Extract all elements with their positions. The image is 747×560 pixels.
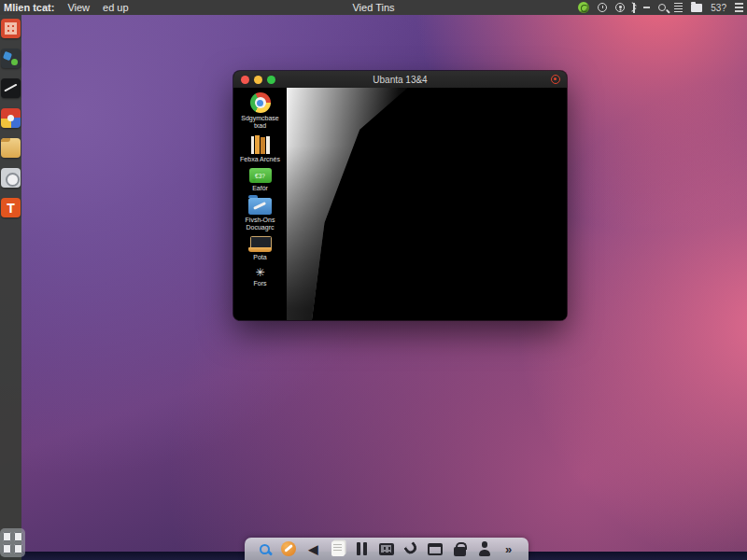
workspace-switcher-icon[interactable] [0,528,25,557]
menu-view[interactable]: View [67,2,90,13]
user-dock-icon[interactable] [476,540,493,557]
desktop-icon-label: Sdgymcbase txad [235,115,286,131]
software-grid-app-icon[interactable] [1,19,21,38]
wrench-glyph [281,541,296,556]
phone-dock-icon[interactable] [402,540,419,557]
arrows-glyph: » [505,543,512,555]
menu-lines-icon[interactable] [735,3,743,12]
desktop-icon-label: Eafór [235,185,286,192]
window-dock-icon[interactable] [427,540,444,557]
window-titlebar[interactable]: Ubanta 13&4 [233,71,567,88]
desktop-icon-chrome[interactable]: Sdgymcbase txad [234,92,287,131]
menu-left: Mlien tcat: View ed up [0,2,129,13]
bluetooth-icon[interactable] [633,3,635,13]
pause-bar [363,542,367,555]
desktop-icon-label: Fivsh-Ons Docuagrc [235,217,286,232]
vm-screen-body: Sdgymcbase txad Febxa Arcnés €3? Eafór F… [233,88,567,320]
tools-dock-icon[interactable] [280,540,297,557]
desktop-icon-message[interactable]: €3? Eafór [234,168,287,192]
speaker-dock-icon[interactable]: ◀ [304,540,321,557]
shapes-app-icon[interactable] [1,49,21,68]
close-button[interactable] [241,76,249,84]
desktop-icon-column: Sdgymcbase txad Febxa Arcnés €3? Eafór F… [233,88,287,320]
laptop-icon [248,236,272,252]
menu-edit[interactable]: ed up [103,2,129,13]
disc-app-icon[interactable] [1,168,21,188]
pause-dock-icon[interactable] [354,540,371,557]
terminal-t-app-icon[interactable]: T [1,198,21,217]
workspace-cell [14,532,22,541]
launcher-sidebar: T [0,15,21,560]
forward-dock-icon[interactable]: » [500,540,517,557]
books-icon [251,135,270,154]
window-title: Ubanta 13&4 [233,75,567,85]
traffic-lights [233,76,275,84]
minus-icon [643,7,650,8]
desktop-icon-label: Pota [235,254,286,261]
desktop-icon-asterisk[interactable]: ✳ Fors [234,267,287,287]
handset-glyph [403,541,418,556]
vm-status-icon[interactable] [578,2,589,13]
chrome-icon [250,92,271,113]
notes-dock-icon[interactable] [330,540,346,557]
status-counter: 53? [711,3,726,13]
keyboard-dock-icon[interactable] [378,540,395,557]
keyboard-glyph [379,543,394,555]
vm-window[interactable]: Ubanta 13&4 Sdgymcbase txad Febxa Arcnés… [233,71,567,320]
desktop-wallpaper: Mlien tcat: View ed up Vied Tins 53? T [0,0,747,560]
message-icon: €3? [249,168,272,183]
bag-dock-icon[interactable] [451,540,468,557]
account-icon[interactable] [615,3,625,12]
list-icon[interactable] [674,3,683,12]
folder-icon[interactable] [691,4,702,12]
person-glyph [477,541,492,556]
menu-status-area: 53? [578,2,747,13]
search-icon[interactable] [658,4,666,11]
screen-reflection [287,88,413,320]
desktop-icon-label: Fors [235,280,286,287]
bag-glyph [454,547,466,556]
clock-icon[interactable] [598,3,607,12]
menu-bar: Mlien tcat: View ed up Vied Tins 53? [0,0,747,15]
desktop-icon-laptop[interactable]: Pota [234,236,287,261]
window-glyph [428,543,443,555]
vm-display[interactable] [287,88,567,320]
speaker-glyph: ◀ [308,543,317,555]
menu-app-name[interactable]: Mlien tcat: [4,2,54,13]
asterisk-icon: ✳ [255,267,264,278]
desktop-icon-books[interactable]: Febxa Arcnés [234,135,287,163]
record-icon[interactable] [551,75,560,84]
pinwheel-app-icon[interactable] [1,108,21,128]
clipboard-glyph [331,541,345,556]
files-folder-app-icon[interactable] [1,138,21,158]
zoom-button[interactable] [267,76,275,84]
workspace-cell [3,532,11,541]
search-dock-icon[interactable] [256,540,273,557]
magnifier-glyph [260,544,270,554]
minimize-button[interactable] [254,76,262,84]
folder-pencil-icon [248,198,272,215]
dock: ◀ » [245,538,529,560]
workspace-cell [14,544,22,553]
desktop-icon-label: Febxa Arcnés [235,156,286,163]
pause-bar [357,542,360,555]
workspace-cell [3,544,11,553]
sketch-app-icon[interactable] [1,78,21,98]
desktop-icon-folder[interactable]: Fivsh-Ons Docuagrc [234,198,287,232]
